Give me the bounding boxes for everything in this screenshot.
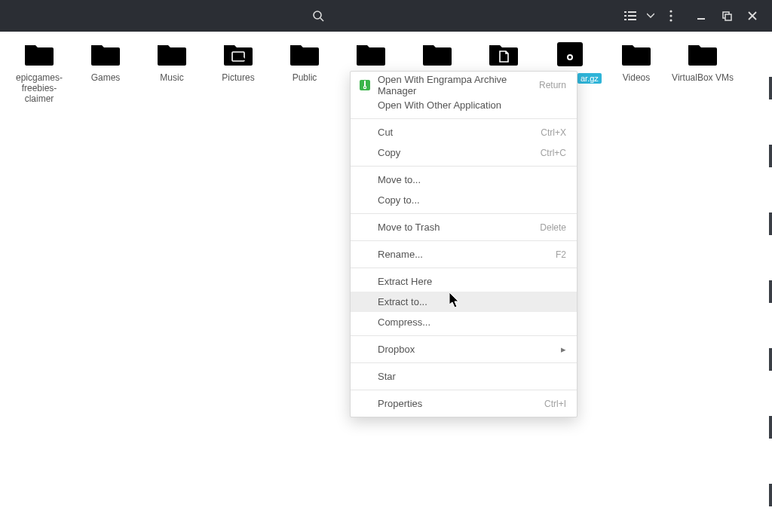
file-item-label: Public <box>293 72 317 83</box>
context-menu-separator <box>351 213 577 214</box>
svg-rect-17 <box>364 81 366 86</box>
file-item-folder[interactable]: Videos <box>603 41 669 109</box>
folder-icon <box>488 41 519 68</box>
context-menu-separator <box>351 390 577 390</box>
menu-item-shortcut: Ctrl+C <box>541 148 566 158</box>
menu-item-label: Extract to... <box>378 296 566 307</box>
context-menu-item[interactable]: Move to TrashDelete <box>351 217 577 237</box>
svg-rect-11 <box>697 18 705 20</box>
svg-line-14 <box>749 12 756 20</box>
menu-item-shortcut: Return <box>539 80 566 90</box>
file-item-folder[interactable]: epicgames-freebies-claimer <box>6 41 72 109</box>
svg-rect-3 <box>628 11 636 13</box>
close-icon[interactable] <box>740 4 764 28</box>
minimize-icon[interactable] <box>689 4 713 28</box>
context-menu-item[interactable]: Rename...F2 <box>351 244 577 264</box>
file-item-folder[interactable]: Public <box>271 41 338 109</box>
svg-line-15 <box>749 12 756 20</box>
svg-rect-4 <box>624 15 626 17</box>
menu-item-label: Dropbox <box>378 344 561 355</box>
menu-item-label: Properties <box>378 398 544 409</box>
svg-point-0 <box>314 11 321 19</box>
menu-item-label: Open With Other Application <box>378 99 566 111</box>
menu-item-label: Open With Engrampa Archive Manager <box>378 74 539 96</box>
file-manager-window: epicgames-freebies-claimerGamesMusicPict… <box>0 0 772 532</box>
folder-icon <box>620 41 652 68</box>
svg-rect-13 <box>725 14 731 20</box>
file-item-label: Pictures <box>222 72 254 83</box>
context-menu-separator <box>351 335 577 336</box>
menu-item-label: Copy <box>378 147 541 158</box>
file-item-folder[interactable]: Games <box>72 41 139 109</box>
file-item-label: Music <box>160 72 183 83</box>
svg-point-9 <box>669 14 672 17</box>
context-menu-separator <box>351 240 577 241</box>
context-menu-item[interactable]: Extract to... <box>351 292 577 312</box>
chevron-right-icon: ▸ <box>561 344 566 355</box>
svg-rect-2 <box>624 11 626 13</box>
archive-app-icon <box>360 80 373 90</box>
menu-item-shortcut: Ctrl+X <box>541 127 566 138</box>
search-icon[interactable] <box>306 4 330 28</box>
folder-icon <box>289 41 320 68</box>
menu-item-label: Copy to... <box>378 194 566 206</box>
menu-item-label: Compress... <box>378 316 566 328</box>
menu-item-label: Move to... <box>378 174 566 185</box>
file-item-label: epicgames-freebies-claimer <box>8 72 70 104</box>
file-item-label: VirtualBox VMs <box>672 72 734 83</box>
context-menu-item[interactable]: Open With Other Application <box>351 95 577 115</box>
context-menu-item[interactable]: Compress... <box>351 312 577 332</box>
svg-point-10 <box>669 19 672 21</box>
file-item-label: Games <box>91 72 121 83</box>
context-menu-item[interactable]: PropertiesCtrl+I <box>351 393 577 414</box>
svg-rect-7 <box>628 19 636 20</box>
folder-icon <box>355 41 387 68</box>
menu-item-shortcut: Ctrl+I <box>544 399 566 409</box>
selected-file-badge: ar.gz <box>577 73 602 84</box>
menu-item-label: Cut <box>378 127 541 138</box>
file-item-folder[interactable]: Pictures <box>205 41 271 109</box>
menu-item-label: Move to Trash <box>378 222 540 233</box>
context-menu-item[interactable]: CopyCtrl+C <box>351 142 577 163</box>
svg-rect-6 <box>624 19 626 20</box>
context-menu-separator <box>351 268 577 268</box>
svg-rect-12 <box>723 12 729 18</box>
context-menu-item[interactable]: Dropbox▸ <box>351 339 577 359</box>
file-item-folder[interactable]: Music <box>139 41 205 109</box>
context-menu-separator <box>351 166 577 167</box>
svg-point-8 <box>669 10 672 12</box>
file-item-label: Videos <box>623 72 650 83</box>
content-area[interactable]: epicgames-freebies-claimerGamesMusicPict… <box>0 32 772 532</box>
list-view-icon[interactable] <box>618 4 642 28</box>
folder-icon <box>156 41 188 68</box>
archive-icon <box>554 41 586 68</box>
context-menu-separator <box>351 118 577 119</box>
kebab-menu-icon[interactable] <box>659 4 683 28</box>
folder-icon <box>222 41 254 68</box>
menu-item-shortcut: F2 <box>556 249 566 260</box>
context-menu-item[interactable]: Star <box>351 366 577 387</box>
menu-item-shortcut: Delete <box>540 222 566 233</box>
menu-item-label: Star <box>378 371 566 382</box>
window-edge <box>769 69 772 532</box>
folder-icon <box>687 41 718 68</box>
folder-icon <box>90 41 121 68</box>
context-menu-separator <box>351 362 577 363</box>
folder-icon <box>23 41 55 68</box>
file-item-folder[interactable]: VirtualBox VMs <box>669 41 736 109</box>
menu-item-label: Extract Here <box>378 276 566 287</box>
svg-rect-5 <box>628 15 636 17</box>
folder-icon <box>421 41 453 68</box>
context-menu-item[interactable]: CutCtrl+X <box>351 122 577 142</box>
maximize-icon[interactable] <box>715 4 739 28</box>
context-menu-item[interactable]: Copy to... <box>351 190 577 210</box>
context-menu-item[interactable]: Open With Engrampa Archive ManagerReturn <box>351 75 577 95</box>
context-menu-item[interactable]: Extract Here <box>351 271 577 292</box>
context-menu-item[interactable]: Move to... <box>351 170 577 190</box>
titlebar <box>0 0 772 32</box>
context-menu: Open With Engrampa Archive ManagerReturn… <box>350 71 577 417</box>
menu-item-label: Rename... <box>378 249 556 260</box>
chevron-down-icon[interactable] <box>644 4 657 28</box>
svg-line-1 <box>320 18 323 21</box>
